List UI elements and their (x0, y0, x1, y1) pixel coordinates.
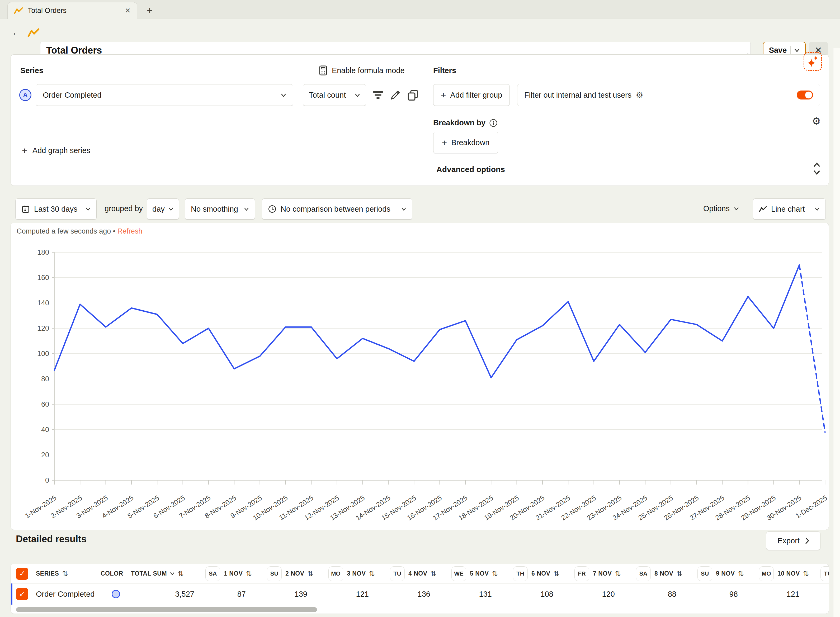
sort-icon[interactable]: ⇅ (492, 570, 498, 578)
add-breakdown-button[interactable]: + Breakdown (433, 132, 498, 154)
series-color-dot[interactable] (112, 590, 120, 598)
new-tab-button[interactable]: + (143, 4, 156, 17)
save-divider (790, 46, 791, 55)
day-date-label: 9 NOV (716, 570, 735, 577)
add-graph-series-button[interactable]: + Add graph series (22, 145, 90, 156)
row-checkbox[interactable]: ✓ (16, 588, 28, 600)
day-of-week-badge: MO (328, 566, 343, 581)
day-date-label: 7 NOV (593, 570, 612, 577)
series-accent-bar (11, 583, 12, 605)
day-header-cell[interactable]: SA8 NOV⇅ (630, 566, 692, 581)
line-chart[interactable]: 0204060801001201401601801-Nov-20252-Nov-… (11, 223, 829, 529)
sort-icon[interactable]: ⇅ (431, 570, 437, 578)
day-header-cell[interactable]: TU11 NOV⇅ (815, 566, 829, 581)
smoothing-select[interactable]: No smoothing (185, 198, 255, 220)
chart-type-select[interactable]: Line chart (753, 198, 826, 220)
total-sum-header-cell[interactable]: TOTAL SUM⇅ (131, 570, 199, 578)
day-date-label: 3 NOV (347, 570, 366, 577)
export-button[interactable]: Export (766, 531, 821, 550)
breakdown-by-label-row: Breakdown by (433, 118, 498, 127)
total-sum-header: TOTAL SUM (131, 570, 167, 577)
tab-total-orders[interactable]: Total Orders ✕ (7, 2, 137, 19)
day-value: 121 (815, 590, 829, 599)
svg-text:40: 40 (41, 426, 49, 434)
series-header-cell[interactable]: SERIES⇅ (36, 570, 100, 578)
series-color-cell (100, 590, 131, 598)
info-icon[interactable] (489, 119, 498, 127)
chevron-down-icon (168, 207, 173, 211)
edit-pencil-icon[interactable] (390, 89, 402, 101)
aggregation-select[interactable]: Total count (303, 84, 366, 106)
scrollbar-thumb[interactable] (16, 607, 317, 612)
calendar-icon (21, 205, 30, 213)
day-value: 88 (630, 590, 692, 599)
back-button[interactable]: ← (12, 27, 21, 38)
query-editor-panel: Series Enable formula mode Filters A Ord… (10, 55, 829, 186)
sort-icon[interactable]: ⇅ (738, 570, 744, 578)
calculator-icon (319, 65, 328, 76)
day-header-cell[interactable]: TU4 NOV⇅ (384, 566, 446, 581)
comparison-select[interactable]: No comparison between periods (262, 198, 412, 220)
sort-icon[interactable]: ⇅ (676, 570, 683, 578)
series-name-cell: Order Completed (36, 590, 100, 599)
tab-title: Total Orders (28, 7, 120, 15)
ai-assistant-button[interactable] (803, 52, 822, 71)
day-header-cell[interactable]: FR7 NOV⇅ (568, 566, 630, 581)
insight-trend-icon (28, 28, 40, 37)
svg-text:0: 0 (45, 476, 49, 484)
tab-close-icon[interactable]: ✕ (125, 7, 131, 15)
sort-icon[interactable]: ⇅ (246, 570, 252, 578)
horizontal-scrollbar[interactable] (11, 607, 829, 613)
sort-icon[interactable]: ⇅ (307, 570, 314, 578)
add-filter-group-button[interactable]: + Add filter group (433, 84, 510, 106)
day-date-label: 4 NOV (408, 570, 427, 577)
day-header-cell[interactable]: WE5 NOV⇅ (446, 566, 507, 581)
day-date-label: 2 NOV (285, 570, 304, 577)
sort-icon[interactable]: ⇅ (62, 570, 68, 578)
day-header-cell[interactable]: MO10 NOV⇅ (753, 566, 815, 581)
svg-text:80: 80 (41, 375, 49, 383)
internal-test-users-filter: Filter out internal and test users ⚙ (517, 84, 820, 106)
day-value: 136 (384, 590, 446, 599)
series-section-label: Series (20, 66, 43, 75)
series-header: SERIES (36, 570, 59, 577)
day-of-week-badge: FR (574, 566, 589, 581)
gear-icon[interactable]: ⚙ (636, 90, 643, 100)
filter-icon[interactable] (372, 89, 384, 101)
day-of-week-badge: SU (267, 566, 282, 581)
svg-text:60: 60 (41, 400, 49, 408)
sort-icon[interactable]: ⇅ (554, 570, 560, 578)
sort-icon[interactable]: ⇅ (615, 570, 621, 578)
sort-icon[interactable]: ⇅ (178, 570, 184, 578)
enable-formula-mode-button[interactable]: Enable formula mode (319, 65, 405, 76)
row-checkbox[interactable]: ✓ (16, 568, 28, 580)
duplicate-copy-icon[interactable] (407, 89, 419, 101)
day-header-cell[interactable]: SA1 NOV⇅ (199, 566, 261, 581)
sort-icon[interactable]: ⇅ (803, 570, 809, 578)
interval-select[interactable]: day (147, 198, 179, 220)
event-select[interactable]: Order Completed (35, 84, 293, 106)
expand-collapse-icon[interactable] (812, 162, 821, 175)
day-value: 139 (261, 590, 323, 599)
day-date-label: 6 NOV (531, 570, 551, 577)
day-value: 131 (446, 590, 507, 599)
day-header-cell[interactable]: SU9 NOV⇅ (692, 566, 753, 581)
day-date-label: 1 NOV (224, 570, 243, 577)
day-value: 87 (199, 590, 261, 599)
sparkles-icon (806, 55, 820, 68)
row-checkbox-cell: ✓ (11, 588, 36, 600)
day-header-cell[interactable]: TH6 NOV⇅ (507, 566, 568, 581)
sort-icon[interactable]: ⇅ (369, 570, 375, 578)
test-filter-toggle[interactable] (797, 90, 813, 99)
options-button[interactable]: Options (703, 204, 739, 213)
gear-icon[interactable]: ⚙ (812, 115, 821, 127)
series-letter-badge: A (19, 89, 31, 101)
date-range-select[interactable]: Last 30 days (15, 198, 97, 220)
day-header-cell[interactable]: SU2 NOV⇅ (261, 566, 323, 581)
chevron-down-icon (401, 207, 406, 211)
table-row: ✓Order Completed3,5278713912113613110812… (11, 583, 829, 605)
color-header: COLOR (100, 570, 123, 577)
day-header-cell[interactable]: MO3 NOV⇅ (323, 566, 384, 581)
clock-icon (268, 205, 276, 213)
vertical-scrollbar[interactable] (833, 48, 840, 617)
